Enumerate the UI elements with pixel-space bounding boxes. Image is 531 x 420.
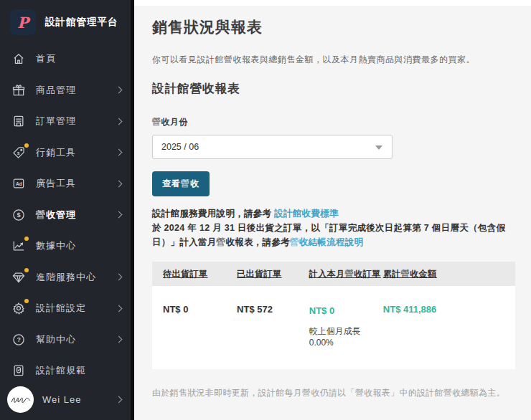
sidebar-item-marketing[interactable]: $ 行銷工具 [0,137,134,168]
notification-dot [24,268,29,272]
table-value-row: NT$ 0 NT$ 572 NT$ 0 較上個月成長 0.00% NT$ 411… [152,286,515,369]
fee-note-text: 設計館服務費用說明，請參考 [152,209,274,219]
receipt-icon [11,113,27,129]
fee-policy-note: 設計館服務費用說明，請參考 設計館收費標準 於 2024 年 12 月 31 日… [152,206,515,249]
notification-dot [24,143,29,148]
settlement-flow-link[interactable]: 營收結帳流程說明 [290,237,363,247]
header-pending-shipment[interactable]: 待出貨訂單 [163,268,237,280]
page-title: 銷售狀況與報表 [152,17,515,37]
app-logo-icon: P [10,9,36,35]
chevron-right-icon [116,118,123,125]
sidebar-item-shop-settings[interactable]: 設計館設定 [0,292,134,324]
sidebar-item-label: 進階服務中心 [36,271,96,284]
sidebar-item-home[interactable]: 首頁 [0,43,134,75]
notification-dot [24,237,29,241]
sidebar-item-ads[interactable]: Ad 廣告工具 [0,168,134,199]
diamond-icon [11,269,27,285]
accumulated-revenue-value: NT$ 411,886 [383,304,515,348]
sidebar-item-label: 首頁 [36,52,56,65]
sidebar-item-label: 幫助中心 [36,333,76,346]
header-accumulated-revenue[interactable]: 累計營收金額 [383,268,515,280]
counted-revenue-value: NT$ 0 [309,305,334,316]
sidebar-item-data-center[interactable]: 數據中心 [0,230,134,262]
sidebar-item-label: 數據中心 [36,239,76,252]
shipped-value: NT$ 572 [237,304,309,348]
fee-standard-link[interactable]: 設計館收費標準 [274,209,339,219]
header-counted-revenue-orders[interactable]: 計入本月營收訂單 [309,268,383,280]
report-footnote: 由於銷售狀況非即時更新，設計館每月營收仍請以「營收報表」中的設計館營收總額為主。 [152,387,515,399]
month-field-label: 營收月份 [152,116,515,128]
revenue-report-table: 待出貨訂單 已出貨訂單 計入本月營收訂單 累計營收金額 NT$ 0 NT$ 57… [152,262,515,369]
sidebar-user-account[interactable]: Wei Lee [0,386,134,414]
notification-dot [24,299,29,303]
chevron-right-icon [116,305,123,312]
top-band [134,0,531,6]
selected-month-value: 2025 / 06 [161,142,199,152]
sidebar-item-revenue[interactable]: $ 營收管理 [0,199,134,231]
svg-text:?: ? [17,336,21,343]
svg-text:$: $ [17,151,20,155]
sidebar-item-premium-services[interactable]: 進階服務中心 [0,262,134,293]
sidebar-item-label: 商品管理 [36,84,76,97]
page-subtitle: 你可以看見設計館營收報表與總銷售金額，以及本月熱賣商品與消費最多的買家。 [152,54,515,66]
chevron-right-icon [116,211,123,219]
svg-text:$: $ [17,211,21,219]
header-shipped[interactable]: 已出貨訂單 [237,268,309,280]
user-avatar [7,386,34,413]
sidebar-item-label: 訂單管理 [36,115,76,128]
main-content: 銷售狀況與報表 你可以看見設計館營收報表與總銷售金額，以及本月熱賣商品與消費最多… [134,0,531,420]
ad-icon: Ad [11,176,27,191]
revenue-month-select[interactable]: 2025 / 06 [152,135,393,159]
user-name: Wei Lee [42,394,81,405]
clipboard-icon [11,363,27,378]
sidebar-item-products[interactable]: 商品管理 [0,75,134,106]
gear-icon [11,300,27,316]
sidebar-item-label: 廣告工具 [36,177,76,190]
chevron-right-icon [116,336,123,343]
caret-down-icon [375,145,382,150]
dollar-circle-icon: $ [11,207,27,223]
sidebar-item-label: 行銷工具 [36,146,76,159]
sidebar-item-orders[interactable]: 訂單管理 [0,105,134,137]
app-brand[interactable]: P 設計館管理平台 [0,9,134,36]
counted-revenue-cell: NT$ 0 較上個月成長 0.00% [309,304,383,348]
chevron-right-icon [116,396,123,404]
price-tag-icon: $ [11,145,27,161]
chevron-right-icon [116,180,123,187]
sidebar-item-shop-rules[interactable]: 設計館規範 [0,355,134,386]
app-title: 設計館管理平台 [45,16,118,29]
sidebar-item-label: 營收管理 [36,209,76,221]
pending-shipment-value: NT$ 0 [163,304,237,348]
table-header-row: 待出貨訂單 已出貨訂單 計入本月營收訂單 累計營收金額 [152,262,515,286]
chevron-right-icon [116,87,123,94]
sidebar-item-label: 設計館規範 [36,364,86,377]
view-revenue-button[interactable]: 查看營收 [152,171,210,196]
gift-icon [11,82,27,98]
revenue-report-section-title: 設計館營收報表 [152,81,515,97]
sidebar: P 設計館管理平台 首頁 商品管理 訂單管理 $ [0,0,134,420]
chevron-right-icon [116,149,123,156]
sidebar-item-label: 設計館設定 [36,302,86,315]
line-chart-icon [11,238,27,254]
svg-text:Ad: Ad [16,181,22,186]
question-icon: ? [11,332,27,348]
home-icon [11,51,27,67]
sidebar-nav: 首頁 商品管理 訂單管理 $ 行銷工具 Ad [0,43,134,386]
month-growth-note: 較上個月成長 0.00% [309,325,383,348]
chevron-right-icon [116,274,123,281]
sidebar-item-help-center[interactable]: ? 幫助中心 [0,324,134,355]
